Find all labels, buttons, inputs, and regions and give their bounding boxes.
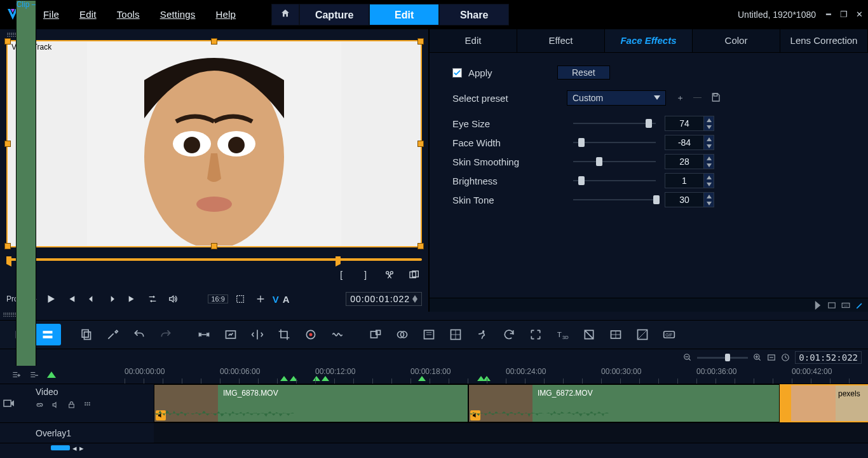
tab-color[interactable]: Color <box>693 29 780 52</box>
fit-horizontal-button[interactable] <box>191 324 217 345</box>
resize-handle[interactable] <box>211 243 217 249</box>
stepper-down-icon[interactable] <box>412 299 417 303</box>
multicam-button[interactable] <box>362 324 389 345</box>
timeline-view-button[interactable] <box>34 324 61 345</box>
lock-icon[interactable] <box>67 401 76 409</box>
menu-help[interactable]: Help <box>205 0 246 29</box>
slider-2[interactable] <box>573 156 656 167</box>
slider-value[interactable]: 1 <box>665 173 704 188</box>
minimize-button[interactable]: ━ <box>824 10 834 20</box>
timeline-clip[interactable]: IMG_6878.MOV <box>154 384 468 422</box>
zoom-out-icon[interactable] <box>683 353 692 362</box>
tracking-button[interactable] <box>522 324 549 345</box>
resize-handle[interactable] <box>4 38 11 45</box>
zoom-slider[interactable] <box>697 357 748 359</box>
go-end-button[interactable] <box>124 291 140 307</box>
save-preset-button[interactable] <box>710 92 721 102</box>
track-cam-icon[interactable] <box>0 384 29 422</box>
maximize-button[interactable]: ❐ <box>839 10 849 20</box>
mode-tab-edit[interactable]: Edit <box>369 4 439 25</box>
chapter-button[interactable] <box>416 324 442 345</box>
mode-tab-home[interactable] <box>271 4 299 25</box>
snapshot-icon[interactable] <box>405 267 422 283</box>
time-ruler[interactable]: 00:00:00:0000:00:06:0000:00:12:0000:00:1… <box>125 366 868 384</box>
slider-0[interactable] <box>573 118 656 129</box>
split-clip-icon[interactable] <box>381 267 398 283</box>
slider-value[interactable]: 28 <box>665 154 704 169</box>
resize-handle[interactable] <box>417 243 424 249</box>
next-frame-button[interactable] <box>104 291 120 307</box>
tab-effect[interactable]: Effect <box>517 29 605 52</box>
slider-value[interactable]: -84 <box>665 135 704 150</box>
toggle-markers-button[interactable] <box>47 370 56 379</box>
link-icon[interactable] <box>36 401 44 409</box>
close-button[interactable]: ✕ <box>854 10 864 20</box>
pan-zoom-button[interactable] <box>217 324 244 345</box>
color-grading-button[interactable] <box>602 324 629 345</box>
add-marker-button[interactable] <box>11 370 20 379</box>
play-button[interactable] <box>43 291 59 307</box>
mark-in-icon[interactable]: [ <box>333 267 349 283</box>
fit-project-icon[interactable] <box>767 353 776 362</box>
reset-button[interactable]: Reset <box>557 66 610 80</box>
resize-handle[interactable] <box>417 38 424 45</box>
motion-button[interactable] <box>469 324 496 345</box>
keyboard-icon[interactable] <box>841 301 850 310</box>
resize-handle[interactable] <box>4 141 11 147</box>
slider-1[interactable] <box>573 137 656 148</box>
preset-select[interactable]: Custom <box>567 90 666 106</box>
menu-tools[interactable]: Tools <box>107 0 150 29</box>
overlay-blend-button[interactable] <box>389 324 416 345</box>
add-preset-button[interactable]: ＋ <box>676 92 684 104</box>
3d-title-button[interactable]: T3D <box>549 324 576 345</box>
slider-3[interactable] <box>573 175 656 186</box>
slider-spinner[interactable] <box>704 154 714 169</box>
video-track[interactable]: IMG_6878.MOVIMG_6872.MOVpexels <box>154 384 868 422</box>
exposure-button[interactable] <box>629 324 656 345</box>
menu-edit[interactable]: Edit <box>69 0 107 29</box>
redo-button[interactable] <box>153 324 179 345</box>
gif-export-button[interactable]: GIF <box>656 324 682 345</box>
slider-4[interactable] <box>573 194 656 205</box>
loop-button[interactable] <box>144 291 161 307</box>
ripple-icon[interactable] <box>83 401 92 409</box>
resize-handle[interactable] <box>417 141 424 147</box>
crop-button[interactable] <box>271 324 297 345</box>
timeline-clip[interactable]: IMG_6872.MOV <box>468 384 780 422</box>
guides-button[interactable] <box>252 291 269 307</box>
preview-seekbar[interactable] <box>6 256 422 263</box>
timeline-scrollbar[interactable]: ◂▸ <box>0 443 868 452</box>
zoom-in-icon[interactable] <box>753 353 762 362</box>
preview-small-icon[interactable] <box>827 301 836 310</box>
mode-tab-share[interactable]: Share <box>439 4 509 25</box>
tab-edit[interactable]: Edit <box>430 29 517 52</box>
resize-handle[interactable] <box>211 38 217 45</box>
tab-face-effects[interactable]: Face Effects <box>605 29 693 52</box>
prev-frame-button[interactable] <box>83 291 100 307</box>
slider-value[interactable]: 74 <box>665 116 704 131</box>
remove-marker-button[interactable] <box>29 370 38 379</box>
undo-button[interactable] <box>126 324 153 345</box>
aspect-ratio-chip[interactable]: 16:9 <box>208 295 227 303</box>
slider-spinner[interactable] <box>704 135 714 150</box>
split-button[interactable] <box>244 324 271 345</box>
go-start-button[interactable] <box>63 291 79 307</box>
slider-value[interactable]: 30 <box>665 192 704 207</box>
video-scope-toggle[interactable]: V <box>273 294 279 305</box>
mode-tab-capture[interactable]: Capture <box>299 4 369 25</box>
edit-notes-icon[interactable] <box>855 301 864 310</box>
volume-button[interactable] <box>165 291 181 307</box>
mark-out-icon[interactable]: ] <box>357 267 374 283</box>
tools-button[interactable] <box>99 324 126 345</box>
clock-icon[interactable] <box>781 353 790 362</box>
resize-handle[interactable] <box>4 243 11 249</box>
grid-button[interactable] <box>442 324 469 345</box>
record-button[interactable] <box>297 324 324 345</box>
rotate-button[interactable] <box>496 324 522 345</box>
remove-preset-button[interactable]: — <box>693 92 702 104</box>
menu-settings[interactable]: Settings <box>150 0 206 29</box>
overlay-track[interactable] <box>154 423 868 443</box>
scroll-right-icon[interactable] <box>813 301 822 310</box>
mute-icon[interactable] <box>51 401 60 409</box>
apply-checkbox[interactable] <box>452 68 462 78</box>
